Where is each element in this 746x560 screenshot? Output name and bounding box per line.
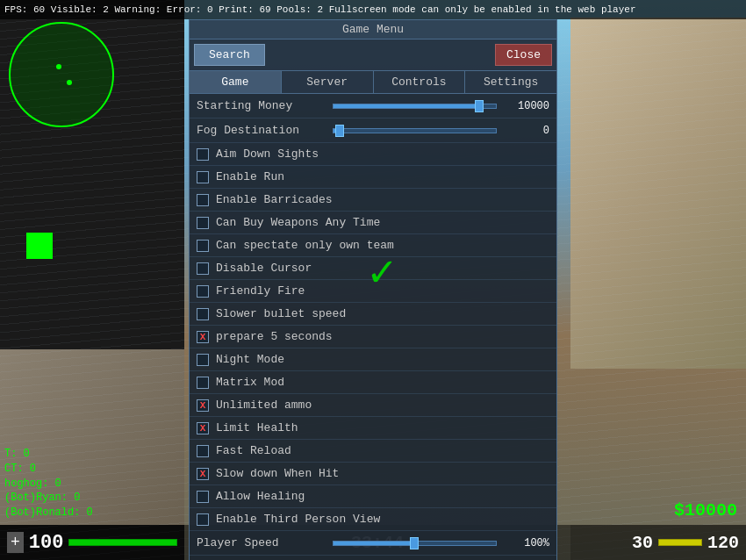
setting-label-10: Matrix Mod: [216, 376, 284, 389]
radar-dot-2: [67, 80, 72, 85]
setting-checkbox-7[interactable]: [197, 308, 209, 320]
score-t: T: 0: [4, 447, 93, 462]
setting-checkbox-2[interactable]: [197, 194, 209, 206]
health-icon: +: [7, 532, 24, 553]
ammo-display: 30 120: [570, 525, 746, 560]
setting-label-3: Can Buy Weapons Any Time: [216, 216, 380, 229]
setting-row-15: Allow Healing: [190, 485, 556, 508]
setting-label-13: Fast Reload: [216, 444, 291, 457]
setting-label-16: Enable Third Person View: [216, 513, 380, 526]
radar: [9, 22, 114, 127]
menu-header: Search Close: [190, 39, 556, 71]
setting-row-10: Matrix Mod: [190, 371, 556, 394]
fps-info: FPS: 60 Visible: 2 Warning: Error: 0 Pri…: [4, 4, 323, 15]
fog-destination-thumb[interactable]: [335, 125, 344, 137]
setting-checkbox-15[interactable]: [197, 491, 209, 503]
setting-checkbox-4[interactable]: [197, 240, 209, 252]
setting-row-3: Can Buy Weapons Any Time: [190, 212, 556, 234]
building-right: [570, 18, 746, 369]
setting-label-6: Friendly Fire: [216, 284, 305, 298]
radar-dot: [56, 64, 61, 69]
setting-label-15: Allow Healing: [216, 490, 305, 503]
setting-checkbox-10[interactable]: [197, 377, 209, 389]
setting-checkbox-13[interactable]: [197, 445, 209, 457]
player3-score: (Bot)Ronald: 0: [4, 506, 93, 521]
starting-money-value: 10000: [501, 100, 549, 112]
setting-row-14: XSlow down When Hit: [190, 463, 556, 485]
setting-row-9: Night Mode: [190, 348, 556, 371]
ammo-reserve: 120: [707, 533, 739, 553]
fullscreen-note: Fullscreen mode can only be enabled in t…: [329, 4, 636, 15]
setting-row-0: Aim Down Sights: [190, 143, 556, 166]
close-button[interactable]: Close: [495, 44, 552, 66]
setting-label-4: Can spectate only own team: [216, 239, 394, 252]
player-life-row: Player Life 10000: [190, 556, 556, 560]
player2-score: (Bot)Ryan: 0: [4, 491, 93, 506]
menu-tabs: Game Server Controls Settings: [190, 71, 556, 94]
setting-label-8: prepare 5 seconds: [216, 330, 333, 343]
setting-row-5: Disable Cursor: [190, 257, 556, 280]
ammo-bar: [658, 539, 702, 546]
starting-money-track[interactable]: [333, 104, 497, 109]
ammo-current: 30: [632, 533, 653, 553]
tab-server[interactable]: Server: [282, 71, 374, 93]
player1-score: hoghog: 0: [4, 477, 93, 492]
fog-destination-value: 0: [501, 125, 549, 137]
setting-row-4: Can spectate only own team: [190, 234, 556, 257]
settings-list: Aim Down SightsEnable RunEnable Barricad…: [190, 143, 556, 531]
player-speed-row: Player Speed 100%: [190, 531, 556, 556]
setting-label-7: Slower bullet speed: [216, 307, 346, 320]
setting-label-2: Enable Barricades: [216, 193, 333, 206]
setting-label-1: Enable Run: [216, 170, 284, 183]
health-display: + 100: [0, 525, 184, 560]
hud-money: $10000: [674, 500, 737, 521]
menu-title: Game Menu: [190, 20, 556, 39]
player-speed-thumb[interactable]: [410, 537, 419, 549]
player-icon: [26, 233, 53, 259]
starting-money-label: Starting Money: [197, 99, 328, 112]
setting-label-11: Unlimited ammo: [216, 398, 312, 412]
starting-money-fill: [334, 104, 480, 108]
setting-checkbox-11[interactable]: X: [197, 399, 209, 412]
menu-content[interactable]: Starting Money 10000 Fog Destination 0 A…: [190, 94, 556, 560]
player-speed-fill: [334, 542, 415, 545]
setting-label-12: Limit Health: [216, 421, 298, 434]
game-menu-panel: Game Menu Search Close Game Server Contr…: [189, 19, 557, 560]
setting-label-14: Slow down When Hit: [216, 467, 339, 480]
health-bar: [68, 539, 177, 546]
tab-controls[interactable]: Controls: [374, 71, 466, 93]
player-speed-label: Player Speed: [197, 536, 328, 549]
setting-checkbox-6[interactable]: [197, 285, 209, 298]
tab-game[interactable]: Game: [190, 71, 282, 93]
setting-row-7: Slower bullet speed: [190, 303, 556, 326]
player-speed-track[interactable]: [333, 541, 497, 546]
setting-label-0: Aim Down Sights: [216, 147, 319, 161]
setting-checkbox-3[interactable]: [197, 217, 209, 229]
setting-label-5: Disable Cursor: [216, 262, 312, 275]
setting-row-16: Enable Third Person View: [190, 508, 556, 531]
tab-settings[interactable]: Settings: [465, 71, 556, 93]
setting-checkbox-16[interactable]: [197, 513, 209, 526]
setting-label-9: Night Mode: [216, 353, 284, 366]
fog-destination-label: Fog Destination: [197, 124, 328, 137]
setting-row-8: Xprepare 5 seconds: [190, 326, 556, 348]
setting-row-6: Friendly Fire: [190, 280, 556, 303]
setting-checkbox-14[interactable]: X: [197, 468, 209, 480]
fog-destination-row: Fog Destination 0: [190, 118, 556, 143]
setting-checkbox-12[interactable]: X: [197, 422, 209, 434]
health-value: 100: [29, 532, 64, 554]
fog-destination-track[interactable]: [333, 128, 497, 133]
setting-row-13: Fast Reload: [190, 440, 556, 463]
setting-checkbox-9[interactable]: [197, 354, 209, 366]
setting-row-11: XUnlimited ammo: [190, 394, 556, 417]
setting-checkbox-8[interactable]: X: [197, 331, 209, 343]
search-button[interactable]: Search: [194, 44, 265, 66]
starting-money-thumb[interactable]: [475, 100, 484, 112]
setting-checkbox-0[interactable]: [197, 148, 209, 161]
starting-money-row: Starting Money 10000: [190, 94, 556, 118]
player-speed-value: 100%: [501, 537, 549, 549]
setting-checkbox-5[interactable]: [197, 262, 209, 275]
setting-row-2: Enable Barricades: [190, 189, 556, 212]
setting-checkbox-1[interactable]: [197, 171, 209, 183]
hud-left-info: T: 0 CT: 0 hoghog: 0 (Bot)Ryan: 0 (Bot)R…: [4, 447, 93, 521]
